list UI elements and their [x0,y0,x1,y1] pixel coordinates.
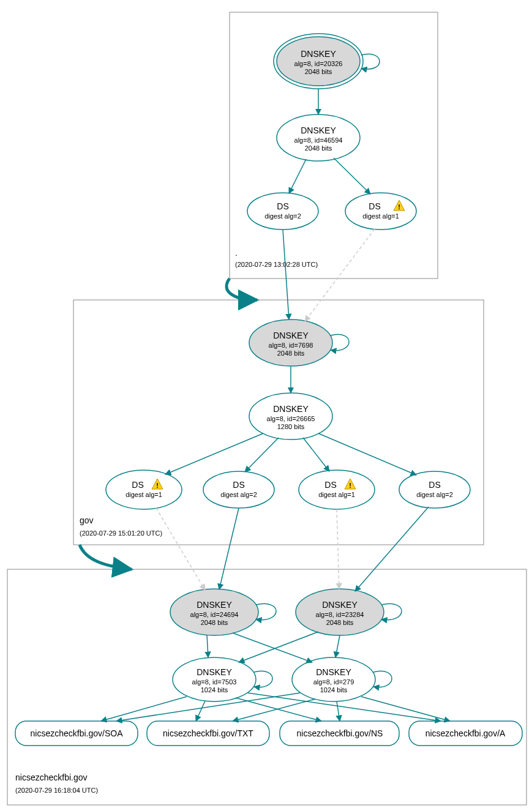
svg-text:2048 bits: 2048 bits [326,619,354,626]
zone-domain-timestamp: (2020-07-29 16:18:04 UTC) [15,787,98,794]
edge-gov-zsk-ds2 [245,438,279,472]
zone-root-timestamp: (2020-07-29 13:02:28 UTC) [235,261,318,268]
node-gov-ksk: DNSKEY alg=8, id=7698 2048 bits [249,320,332,366]
svg-text:DS: DS [429,480,440,490]
svg-text:DNSKEY: DNSKEY [197,600,232,610]
node-dom-ksk2: DNSKEY alg=8, id=23284 2048 bits [296,589,384,635]
edge-dom-ksk2-self [381,604,402,619]
svg-text:!: ! [156,482,159,489]
svg-text:alg=8, id=26665: alg=8, id=26665 [267,415,315,422]
node-dom-zsk1: DNSKEY alg=8, id=7503 1024 bits [173,657,256,701]
node-gov-zsk: DNSKEY alg=8, id=26665 1280 bits [249,393,332,440]
svg-text:!: ! [398,203,400,211]
svg-text:digest alg=1: digest alg=1 [126,491,162,498]
svg-text:nicsezcheckfbi.gov/NS: nicsezcheckfbi.gov/NS [297,728,383,738]
edge-gov-ds3-dom-ksk2 [337,509,339,589]
node-root-zsk: DNSKEY alg=8, id=46594 2048 bits [277,114,360,161]
edge-gov-ksk-self [331,334,349,350]
svg-text:1024 bits: 1024 bits [201,686,228,694]
edge-root-ds2-gov-ksk [305,229,375,321]
edge-gov-ds1-dom-ksk1 [156,508,205,590]
svg-text:alg=8, id=24694: alg=8, id=24694 [190,611,239,618]
svg-text:DS: DS [132,480,143,490]
edge-gov-ds2-dom-ksk1 [219,508,239,589]
svg-point-12 [345,193,416,230]
node-dom-zsk2: DNSKEY alg=8, id=279 1024 bits [292,657,375,701]
edge-gov-ds4-dom-ksk2 [355,507,429,591]
zone-gov-timestamp: (2020-07-29 15:01:20 UTC) [80,529,162,537]
edge-dom-zsk1-self [254,671,272,687]
svg-text:DS: DS [324,480,336,490]
record-ns: nicsezcheckfbi.gov/NS [280,721,399,746]
svg-text:nicsezcheckfbi.gov/SOA: nicsezcheckfbi.gov/SOA [31,728,124,738]
svg-point-35 [399,471,470,508]
node-root-ds1: DS digest alg=2 [247,193,318,230]
svg-text:digest alg=1: digest alg=1 [318,491,355,498]
edge-dom-zsk1-soa [101,697,187,721]
svg-text:DS: DS [233,480,244,490]
svg-text:DNSKEY: DNSKEY [301,49,336,59]
svg-text:2048 bits: 2048 bits [305,68,332,75]
svg-point-31 [299,470,375,509]
svg-text:DNSKEY: DNSKEY [273,331,309,340]
svg-text:DNSKEY: DNSKEY [322,600,358,610]
edge-gov-zsk-ds4 [318,433,416,475]
svg-text:DNSKEY: DNSKEY [316,667,351,677]
edge-dom-zsk2-ns [337,701,340,721]
svg-text:1280 bits: 1280 bits [277,423,305,430]
edge-dom-zsk2-self [373,671,392,687]
record-soa: nicsezcheckfbi.gov/SOA [15,721,138,746]
node-root-ds2: DS digest alg=1 ! [345,193,416,230]
node-dom-ksk1: DNSKEY alg=8, id=24694 2048 bits [170,589,258,635]
svg-text:DNSKEY: DNSKEY [273,404,309,414]
edge-dom-ksk1-zsk1 [207,635,208,657]
edge-dom-zsk2-txt [233,699,315,721]
edge-dom-zsk2-a [361,697,450,721]
record-txt: nicsezcheckfbi.gov/TXT [147,721,269,746]
edge-dom-ksk2-zsk2 [335,635,340,657]
svg-text:!: ! [349,482,351,489]
svg-text:digest alg=1: digest alg=1 [362,212,399,220]
record-a: nicsezcheckfbi.gov/A [409,721,522,746]
svg-text:alg=8, id=20326: alg=8, id=20326 [294,60,343,67]
edge-dom-ksk2-zsk1 [239,632,318,662]
svg-text:alg=8, id=279: alg=8, id=279 [313,678,354,686]
svg-text:nicsezcheckfbi.gov/TXT: nicsezcheckfbi.gov/TXT [163,728,253,738]
edge-dom-zsk1-txt [196,701,205,721]
node-gov-ds3: DS digest alg=1 ! [299,470,375,509]
svg-text:DNSKEY: DNSKEY [197,667,232,677]
node-gov-ds1: DS digest alg=1 ! [106,470,182,509]
svg-text:DNSKEY: DNSKEY [301,125,336,135]
edge-dom-ksk1-zsk2 [233,633,312,662]
svg-text:1024 bits: 1024 bits [320,686,348,694]
svg-text:digest alg=2: digest alg=2 [220,491,257,498]
svg-text:alg=8, id=46594: alg=8, id=46594 [294,137,343,144]
edge-root-ds1-gov-ksk [283,230,289,320]
node-root-ksk: DNSKEY alg=8, id=20326 2048 bits [274,34,363,89]
zone-gov-label: gov [80,515,94,525]
node-gov-ds4: DS digest alg=2 [399,471,470,508]
edge-dom-ksk1-self [256,604,276,619]
svg-text:alg=8, id=7698: alg=8, id=7698 [269,342,313,349]
svg-point-24 [106,470,182,509]
svg-point-28 [203,471,274,508]
edge-root-zsk-ds2 [334,158,370,194]
node-gov-ds2: DS digest alg=2 [203,471,274,508]
svg-text:DS: DS [369,201,380,211]
zone-domain-label: nicsezcheckfbi.gov [15,772,88,782]
svg-text:digest alg=2: digest alg=2 [264,212,301,220]
svg-text:DS: DS [277,201,288,211]
zone-root-label: . [235,248,238,258]
edge-gov-zsk-ds3 [303,438,329,471]
svg-text:2048 bits: 2048 bits [277,350,305,357]
svg-text:alg=8, id=23284: alg=8, id=23284 [316,611,364,618]
svg-text:2048 bits: 2048 bits [305,144,332,152]
svg-point-9 [247,193,318,230]
svg-text:2048 bits: 2048 bits [201,619,228,626]
svg-text:nicsezcheckfbi.gov/A: nicsezcheckfbi.gov/A [425,728,506,738]
svg-text:digest alg=2: digest alg=2 [416,491,453,498]
edge-root-ksk-self [361,54,380,69]
svg-text:alg=8, id=7503: alg=8, id=7503 [192,678,237,686]
delegation-root-gov [227,279,257,300]
edge-root-zsk-ds1 [289,159,306,193]
